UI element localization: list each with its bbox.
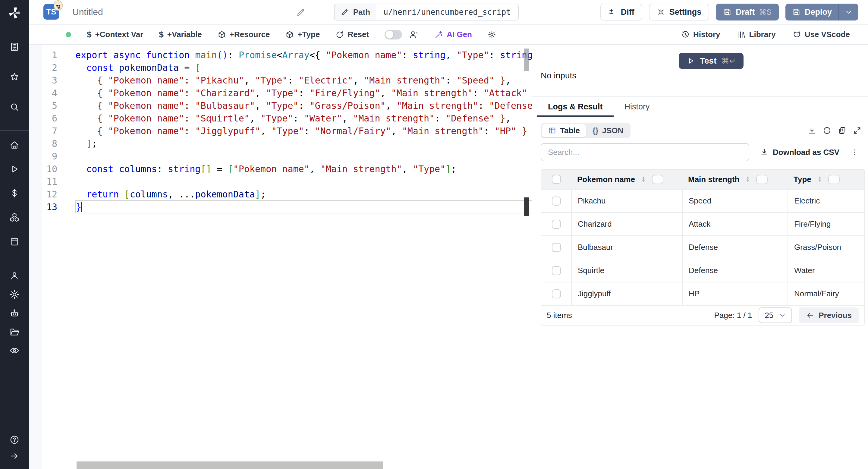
windmill-logo[interactable]: [0, 4, 29, 21]
workers-robot-icon[interactable]: [0, 306, 29, 321]
row-checkbox[interactable]: [552, 196, 561, 206]
dollar-icon: $: [87, 30, 92, 39]
code-line[interactable]: 8 ];: [29, 137, 532, 150]
code-line[interactable]: 9: [29, 150, 532, 163]
path-field[interactable]: Path u/henri/unencumbered_script: [334, 4, 519, 21]
search-icon[interactable]: [0, 99, 29, 115]
settings-button[interactable]: Settings: [649, 4, 710, 21]
table-row[interactable]: JigglypuffHPNormal/Fairy: [541, 282, 864, 305]
home-icon[interactable]: [0, 137, 29, 153]
code-line[interactable]: 6 { "Pokemon name": "Squirtle", "Type": …: [29, 112, 532, 125]
view-switcher: Table {} JSON: [541, 123, 630, 138]
line-number: 4: [29, 87, 57, 99]
use-vscode-button[interactable]: Use VScode: [793, 30, 850, 39]
line-number: 6: [29, 112, 57, 125]
previous-page-button[interactable]: Previous: [799, 307, 859, 323]
runs-play-icon[interactable]: [0, 162, 29, 177]
table-row[interactable]: BulbasaurDefenseGrass/Poison: [541, 236, 864, 259]
expand-fullscreen-icon[interactable]: [853, 126, 861, 135]
code-line[interactable]: 2 const pokemonData = [: [29, 61, 532, 74]
deploy-button[interactable]: Deploy: [785, 4, 838, 21]
scrollbar-thumb[interactable]: [524, 49, 529, 71]
ai-gen-button[interactable]: AI Gen: [435, 30, 472, 39]
sidebar-divider: [0, 130, 29, 131]
diff-button[interactable]: Diff: [600, 4, 642, 21]
typescript-bun-badge[interactable]: TS: [43, 4, 60, 20]
row-checkbox[interactable]: [552, 243, 561, 252]
search-placeholder: Search...: [548, 148, 579, 157]
audit-logs-eye-icon[interactable]: [0, 343, 29, 358]
settings-gear-icon[interactable]: [0, 287, 29, 302]
info-icon[interactable]: [823, 126, 831, 135]
line-number: 8: [29, 137, 57, 150]
code-line[interactable]: 11: [29, 176, 532, 188]
editor-horizontal-scrollbar[interactable]: [29, 461, 532, 469]
play-icon: [687, 57, 695, 65]
code-line[interactable]: 13}: [29, 201, 532, 213]
download-csv-button[interactable]: Download as CSV: [760, 148, 839, 157]
table-row[interactable]: CharizardAttackFire/Flying: [541, 212, 864, 236]
path-label: Path: [353, 7, 370, 17]
deploy-options-chevron[interactable]: [839, 4, 858, 21]
row-checkbox[interactable]: [552, 289, 561, 299]
code-editor[interactable]: 1export async function main(): Promise<A…: [29, 45, 532, 469]
history-button[interactable]: History: [681, 30, 720, 39]
add-variable-button[interactable]: $+Variable: [159, 30, 202, 39]
sort-icon[interactable]: [816, 176, 824, 183]
tab-logs-result[interactable]: Logs & Result: [537, 97, 614, 117]
search-input[interactable]: Search...: [541, 143, 749, 161]
reset-button[interactable]: Reset: [336, 30, 369, 39]
add-resource-button[interactable]: +Resource: [218, 30, 270, 39]
tab-history[interactable]: History: [614, 97, 661, 117]
code-line[interactable]: 5 { "Pokemon name": "Bulbasaur", "Type":…: [29, 99, 532, 112]
sort-icon[interactable]: [744, 176, 751, 183]
code-line[interactable]: 1export async function main(): Promise<A…: [29, 49, 532, 61]
line-number: 9: [29, 150, 57, 163]
view-json-chip[interactable]: {} JSON: [587, 124, 629, 137]
user-icon[interactable]: [0, 268, 29, 283]
variables-dollar-icon[interactable]: [0, 186, 29, 201]
sort-icon[interactable]: [640, 176, 647, 183]
row-checkbox[interactable]: [552, 266, 561, 275]
collaboration-toggle[interactable]: [384, 30, 402, 39]
table-row[interactable]: SquirtleDefenseWater: [541, 259, 864, 282]
schedules-calendar-icon[interactable]: [0, 234, 29, 249]
column-checkbox[interactable]: [652, 175, 663, 184]
chevron-down-icon: [844, 8, 853, 16]
copy-clipboard-icon[interactable]: [838, 126, 846, 135]
scrollbar-thumb[interactable]: [76, 462, 383, 469]
table-cell: Pikachu: [571, 190, 682, 212]
test-button[interactable]: Test ⌘↵: [679, 53, 744, 69]
code-line[interactable]: 4 { "Pokemon name": "Charizard", "Type":…: [29, 87, 532, 99]
code-line[interactable]: 3 { "Pokemon name": "Pikachu", "Type": "…: [29, 74, 532, 87]
view-table-chip[interactable]: Table: [542, 124, 586, 137]
table-cell: Squirtle: [571, 259, 682, 282]
folders-icon[interactable]: [0, 324, 29, 339]
page-size-select[interactable]: 25: [758, 307, 792, 323]
column-checkbox[interactable]: [828, 175, 840, 184]
add-context-var-button[interactable]: $+Context Var: [87, 30, 143, 39]
editor-settings-gear[interactable]: [488, 30, 496, 39]
resources-boxes-icon[interactable]: [0, 210, 29, 225]
more-options-kebab-icon[interactable]: [850, 148, 859, 156]
table-row[interactable]: PikachuSpeedElectric: [541, 189, 864, 212]
add-type-button[interactable]: +Type: [285, 30, 320, 39]
column-checkbox[interactable]: [756, 175, 768, 184]
code-line[interactable]: 7 { "Pokemon name": "Jigglypuff", "Type"…: [29, 125, 532, 137]
workspace-icon[interactable]: [0, 39, 29, 54]
edit-summary-pencil-icon[interactable]: [296, 7, 306, 17]
library-button[interactable]: Library: [737, 30, 776, 39]
editor-vertical-scrollbar[interactable]: [524, 45, 529, 461]
favorites-star-icon[interactable]: [0, 69, 29, 84]
code-line[interactable]: 12 return [columns, ...pokemonData];: [29, 188, 532, 201]
help-icon[interactable]: [0, 432, 29, 447]
path-value: u/henri/unencumbered_script: [376, 4, 518, 20]
draft-button[interactable]: Draft ⌘S: [716, 4, 779, 21]
select-all-checkbox[interactable]: [552, 175, 561, 184]
history-clock-icon: [681, 30, 689, 39]
expand-sidebar-arrow-icon[interactable]: [0, 448, 29, 464]
download-result-icon[interactable]: [808, 126, 816, 135]
code-lines[interactable]: 1export async function main(): Promise<A…: [29, 49, 532, 213]
row-checkbox[interactable]: [552, 220, 561, 229]
code-line[interactable]: 10 const columns: string[] = ["Pokemon n…: [29, 163, 532, 176]
